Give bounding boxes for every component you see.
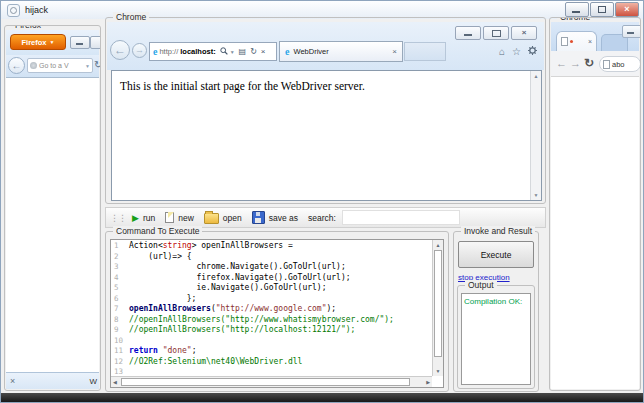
home-icon[interactable]: ⌂ xyxy=(499,46,505,57)
scroll-up-icon[interactable]: ▲ xyxy=(433,242,443,248)
editor-horizontal-scrollbar[interactable]: ◀ ▶ xyxy=(111,376,432,387)
reload-icon: ↻ xyxy=(94,59,101,70)
code-text: firefox.Navigate().GoToUrl(url); xyxy=(129,273,351,284)
ie-page-content[interactable]: This is the initial start page for the W… xyxy=(111,70,542,201)
back-arrow-icon[interactable]: ← xyxy=(556,57,567,69)
code-line: 3 chrome.Navigate().GoToUrl(url); xyxy=(111,262,432,273)
scroll-up-icon[interactable]: ▲ xyxy=(531,73,541,79)
code-text: //openInAllBrowsers("http://www.whatismy… xyxy=(129,315,394,326)
chrome-nav-bar: ← → ↻ abo xyxy=(551,51,639,77)
scroll-down-icon[interactable]: ▼ xyxy=(531,192,541,198)
scroll-right-icon[interactable]: ▶ xyxy=(426,379,430,385)
code-text: chrome.Navigate().GoToUrl(url); xyxy=(129,262,346,273)
toolbar-grip[interactable]: ⋮⋮ xyxy=(110,213,126,223)
firefox-restore-button[interactable] xyxy=(90,36,101,49)
execute-button[interactable]: Execute xyxy=(458,241,534,268)
code-text: (url)=> { xyxy=(129,252,192,263)
url-host: localhost: xyxy=(180,47,215,56)
line-number: 12 xyxy=(111,357,129,368)
ie-forward-button[interactable]: → xyxy=(132,43,147,58)
ie-back-button[interactable]: ← xyxy=(110,40,130,60)
firefox-minimize-button[interactable] xyxy=(70,36,90,49)
code-text: //O2Ref:Selenium\net40\WebDriver.dll xyxy=(129,357,302,368)
reload-icon[interactable]: ↻ xyxy=(584,56,594,70)
minimize-button[interactable] xyxy=(565,2,589,17)
output-box[interactable]: Compilation OK: xyxy=(461,293,531,385)
refresh-icon[interactable]: ↻ xyxy=(250,47,257,56)
window-controls: × xyxy=(565,2,639,17)
save-as-button[interactable]: save as xyxy=(269,213,298,223)
ie-close-button[interactable]: × xyxy=(511,26,537,40)
back-button[interactable]: ← xyxy=(8,57,25,74)
scroll-down-icon[interactable]: ▼ xyxy=(433,368,443,374)
forward-arrow-icon[interactable]: → xyxy=(570,57,581,69)
scroll-left-icon[interactable]: ◀ xyxy=(113,379,117,385)
chevron-down-icon[interactable]: ▼ xyxy=(230,49,235,55)
chrome-page-content[interactable] xyxy=(551,77,639,389)
code-text: }; xyxy=(129,294,196,305)
ie-address-bar[interactable]: e http://localhost: ▼ ▤ ↻ × xyxy=(149,42,277,61)
open-button[interactable]: open xyxy=(223,213,242,223)
stop-icon[interactable]: × xyxy=(261,47,266,56)
code-line: 7openInAllBrowsers("http://www.google.co… xyxy=(111,304,432,315)
back-arrow-icon: ← xyxy=(114,43,126,57)
open-folder-icon[interactable] xyxy=(204,213,219,224)
ie-vertical-scrollbar[interactable]: ▲ ▼ xyxy=(530,71,541,200)
page-text: This is the initial start page for the W… xyxy=(120,80,365,92)
compatibility-view-icon[interactable]: ▤ xyxy=(239,47,247,56)
line-number: 6 xyxy=(111,294,129,305)
ie-minimize-button[interactable] xyxy=(455,26,481,40)
save-icon[interactable] xyxy=(252,211,265,224)
script-toolbar: ⋮⋮ ▶ run new open save as search: xyxy=(105,207,546,228)
firefox-menu-button[interactable]: Firefox ▼ xyxy=(10,34,66,50)
close-button[interactable]: × xyxy=(615,2,639,17)
line-number: 3 xyxy=(111,262,129,273)
new-button[interactable]: new xyxy=(178,213,194,223)
reload-button[interactable]: ↻ xyxy=(94,59,101,70)
ie-new-tab-button[interactable] xyxy=(404,42,446,61)
firefox-titlebar: Firefox ▼ xyxy=(6,30,99,55)
line-number: 1 xyxy=(111,241,129,252)
favorites-star-icon[interactable]: ☆ xyxy=(512,46,521,57)
gear-icon[interactable] xyxy=(528,46,537,57)
search-input[interactable] xyxy=(342,210,460,225)
close-icon: × xyxy=(512,27,536,38)
code-line: 12//O2Ref:Selenium\net40\WebDriver.dll xyxy=(111,357,432,368)
code-line: 11return "done"; xyxy=(111,346,432,357)
line-number: 4 xyxy=(111,273,129,284)
output-panel-label: Output xyxy=(465,280,497,290)
page-icon xyxy=(561,37,568,46)
addon-bar-close-button[interactable]: × xyxy=(10,376,15,386)
maximize-button[interactable] xyxy=(590,2,614,17)
editor-vertical-scrollbar[interactable]: ▲ ▼ xyxy=(432,240,443,376)
firefox-url-bar[interactable]: Go to a V ▼ xyxy=(27,58,93,73)
minimize-icon xyxy=(464,34,472,36)
code-lines[interactable]: 1Action<string> openInAllBrowsers =2 (ur… xyxy=(111,241,432,376)
hijack-window: hijack × Firefox Firefox ▼ ← Go to a V ▼… xyxy=(0,0,644,403)
ie-tab-webdriver[interactable]: e WebDriver × xyxy=(279,41,403,62)
scrollbar-thumb[interactable] xyxy=(434,250,442,357)
app-icon xyxy=(7,4,20,17)
search-icon[interactable] xyxy=(220,47,228,57)
ie-command-icons: ⌂ ☆ xyxy=(499,46,537,57)
code-editor[interactable]: 1Action<string> openInAllBrowsers =2 (ur… xyxy=(110,239,444,388)
chrome-omnibox[interactable]: abo xyxy=(599,56,641,72)
run-icon[interactable]: ▶ xyxy=(132,213,139,223)
tab-close-icon[interactable]: × xyxy=(392,47,397,56)
firefox-page-content[interactable] xyxy=(6,77,99,372)
firefox-panel: Firefox Firefox ▼ ← Go to a V ▼ ↻ × W xyxy=(4,25,101,391)
chrome-tab[interactable]: × xyxy=(556,31,597,51)
search-label: search: xyxy=(308,213,336,223)
run-button[interactable]: run xyxy=(143,213,155,223)
output-text: Compilation OK: xyxy=(464,297,522,306)
firefox-addon-bar: × W xyxy=(6,372,99,389)
maximize-icon xyxy=(598,6,606,13)
ie-logo-icon: e xyxy=(285,47,289,57)
scrollbar-thumb[interactable] xyxy=(121,378,410,386)
code-line: 9//openInAllBrowsers("http://localhost:1… xyxy=(111,325,432,336)
tab-close-icon[interactable]: × xyxy=(588,38,592,45)
new-file-icon[interactable] xyxy=(165,212,174,223)
line-number: 2 xyxy=(111,252,129,263)
ie-maximize-button[interactable] xyxy=(483,26,509,40)
chrome-minimize-button[interactable] xyxy=(622,25,641,38)
